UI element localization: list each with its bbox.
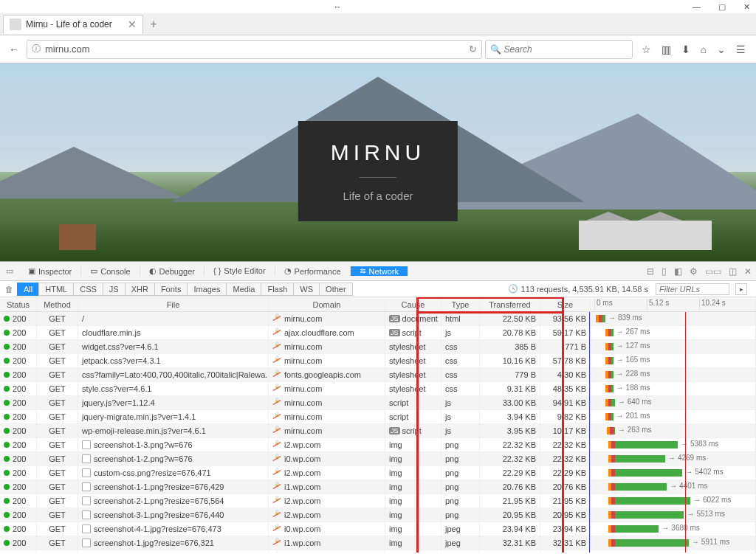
table-row[interactable]: 200GETjquery.js?ver=1.12.4mirnu.comscrip… bbox=[0, 396, 756, 410]
filter-css[interactable]: CSS bbox=[73, 283, 103, 296]
devtools-tab-network[interactable]: ≋Network bbox=[351, 266, 408, 276]
toolbox-options-icon[interactable]: ▭▭ bbox=[705, 266, 721, 277]
insecure-icon bbox=[272, 454, 281, 463]
domain: mirnu.com bbox=[284, 412, 322, 421]
method: GET bbox=[37, 494, 78, 508]
table-row[interactable]: 200GETscreenshot-1-3.png?w=676i2.wp.comi… bbox=[0, 438, 756, 452]
maximize-button[interactable]: ▢ bbox=[718, 2, 726, 12]
method: GET bbox=[37, 550, 78, 553]
site-info-icon[interactable]: ⓘ bbox=[32, 43, 41, 55]
header-type[interactable]: Type bbox=[441, 297, 480, 311]
header-file[interactable]: File bbox=[78, 297, 269, 311]
devtools-tab-inspector[interactable]: ▣Inspector bbox=[19, 266, 81, 276]
pocket-icon[interactable]: ⌄ bbox=[717, 44, 726, 55]
header-size[interactable]: Size bbox=[540, 297, 591, 311]
filter-fonts[interactable]: Fonts bbox=[154, 283, 188, 296]
filter-urls-input[interactable] bbox=[656, 283, 729, 295]
filter-js[interactable]: JS bbox=[103, 283, 126, 296]
browser-tab[interactable]: Mirnu - Life of a coder ✕ bbox=[3, 15, 143, 34]
table-row[interactable]: 200GET/mirnu.comJSdocumenthtml22.50 KB93… bbox=[0, 312, 756, 326]
bookmark-star-icon[interactable]: ☆ bbox=[642, 44, 651, 55]
filter-other[interactable]: Other bbox=[319, 283, 353, 296]
table-row[interactable]: 200GETwidget.css?ver=4.6.1mirnu.comstyle… bbox=[0, 340, 756, 354]
status-code: 200 bbox=[13, 454, 26, 463]
iframe-selector-button[interactable]: ▭ bbox=[0, 266, 19, 276]
header-transferred[interactable]: Transferred bbox=[480, 297, 540, 311]
devtools-tab-performance[interactable]: ◔Performance bbox=[275, 266, 351, 276]
timing-label: → 5911 ms bbox=[692, 538, 729, 546]
filter-flash[interactable]: Flash bbox=[261, 283, 294, 296]
domain: mirnu.com bbox=[284, 398, 322, 407]
header-timeline[interactable]: 0 ms 5.12 s 10.24 s bbox=[591, 297, 756, 311]
method: GET bbox=[37, 522, 78, 536]
home-icon[interactable]: ⌂ bbox=[701, 44, 707, 55]
table-row[interactable]: 200GETcss?family=Lato:400,700,400italic,… bbox=[0, 368, 756, 382]
table-row[interactable]: 200GETjquery-migrate.min.js?ver=1.4.1mir… bbox=[0, 410, 756, 424]
url-box[interactable]: ⓘ mirnu.com ↻ bbox=[27, 40, 482, 59]
file-thumbnail-icon bbox=[82, 468, 91, 477]
status-code: 200 bbox=[13, 384, 26, 393]
table-row[interactable]: 200GETcloudflare.min.jsajax.cloudflare.c… bbox=[0, 326, 756, 340]
search-input[interactable] bbox=[504, 44, 628, 55]
table-row[interactable]: 200GETjetpack.css?ver=4.3.1mirnu.comstyl… bbox=[0, 354, 756, 368]
filter-xhr[interactable]: XHR bbox=[125, 283, 155, 296]
filter-html[interactable]: HTML bbox=[38, 283, 74, 296]
table-row[interactable]: 200GETscreenshot-3-1.png?resize=676,440i… bbox=[0, 508, 756, 522]
close-devtools-button[interactable]: ✕ bbox=[744, 266, 752, 277]
file-name: jetpack.css?ver=4.3.1 bbox=[82, 356, 161, 365]
table-row[interactable]: 200GETscreenshot-1.jpg?resize=676,321i1.… bbox=[0, 536, 756, 550]
method: GET bbox=[37, 354, 78, 367]
table-row[interactable]: 200GETstyle.css?ver=4.6.1mirnu.comstyles… bbox=[0, 382, 756, 396]
header-status[interactable]: Status bbox=[0, 297, 37, 311]
clear-button[interactable]: 🗑 bbox=[0, 281, 18, 297]
size: 4.30 KB bbox=[540, 368, 591, 381]
back-button[interactable]: ← bbox=[4, 40, 24, 59]
type: png bbox=[441, 508, 480, 522]
header-method[interactable]: Method bbox=[37, 297, 78, 311]
devtools-tab-style-editor[interactable]: { }Style Editor bbox=[205, 266, 275, 275]
network-table[interactable]: Status Method File Domain Cause Type Tra… bbox=[0, 297, 756, 553]
filter-media[interactable]: Media bbox=[226, 283, 261, 296]
close-window-button[interactable]: ✕ bbox=[743, 2, 750, 12]
url-bar: ← ⓘ mirnu.com ↻ 🔍 ☆ ▥ ⬇ ⌂ ⌄ ☰ bbox=[0, 35, 756, 63]
filter-toggle-button[interactable]: ▸ bbox=[735, 283, 747, 295]
devtools-tab-debugger[interactable]: ◐Debugger bbox=[140, 266, 205, 276]
menu-icon[interactable]: ☰ bbox=[736, 44, 746, 55]
close-tab-button[interactable]: ✕ bbox=[128, 18, 137, 30]
devtools-tab-console[interactable]: ▭Console bbox=[81, 266, 140, 276]
search-box[interactable]: 🔍 bbox=[485, 40, 633, 59]
transferred: 22.32 KB bbox=[480, 438, 540, 451]
waterfall-cell: → 4269 ms bbox=[591, 452, 756, 465]
library-icon[interactable]: ▥ bbox=[662, 44, 671, 55]
dock-window-icon[interactable]: ◫ bbox=[729, 266, 737, 277]
reload-button[interactable]: ↻ bbox=[469, 44, 477, 55]
header-cause[interactable]: Cause bbox=[385, 297, 441, 311]
size: 36.53 KB bbox=[540, 550, 591, 553]
table-row[interactable]: 200GETscreenshot-1-1.png?resize=676,429i… bbox=[0, 480, 756, 494]
minimize-button[interactable]: — bbox=[693, 2, 701, 11]
responsive-design-icon[interactable]: ▯ bbox=[662, 266, 667, 277]
split-console-icon[interactable]: ⊟ bbox=[647, 266, 654, 277]
filter-images[interactable]: Images bbox=[187, 283, 227, 296]
table-row[interactable]: 200GETscreenshot-4-1.jpg?resize=676,473i… bbox=[0, 522, 756, 536]
table-row[interactable]: 200GETscreenshot-2-1.png?resize=676,564i… bbox=[0, 494, 756, 508]
settings-gear-icon[interactable]: ⚙ bbox=[690, 266, 698, 277]
waterfall-cell: → 263 ms bbox=[591, 424, 756, 437]
new-tab-button[interactable]: + bbox=[143, 15, 164, 34]
table-row[interactable]: 200GETscreenshot-1-2.png?w=676i0.wp.comi… bbox=[0, 452, 756, 466]
table-row[interactable]: 200GETscreenshot-2.jpg?resize=676,311i1.… bbox=[0, 550, 756, 553]
tab-label: Network bbox=[369, 267, 399, 276]
cause: script bbox=[389, 412, 408, 421]
file-name: widget.css?ver=4.6.1 bbox=[82, 342, 159, 351]
type: png bbox=[441, 466, 480, 479]
dock-side-icon[interactable]: ◧ bbox=[674, 266, 682, 277]
downloads-icon[interactable]: ⬇ bbox=[681, 44, 690, 55]
header-domain[interactable]: Domain bbox=[269, 297, 385, 311]
filter-ws[interactable]: WS bbox=[293, 283, 320, 296]
table-row[interactable]: 200GETwp-emoji-release.min.js?ver=4.6.1m… bbox=[0, 424, 756, 438]
table-row[interactable]: 200GETcustom-css.png?resize=676,471i2.wp… bbox=[0, 466, 756, 480]
timing-label: → 4269 ms bbox=[668, 454, 706, 462]
filter-all[interactable]: All bbox=[17, 283, 39, 296]
status-code: 200 bbox=[13, 426, 26, 435]
status-dot-icon bbox=[4, 428, 10, 434]
